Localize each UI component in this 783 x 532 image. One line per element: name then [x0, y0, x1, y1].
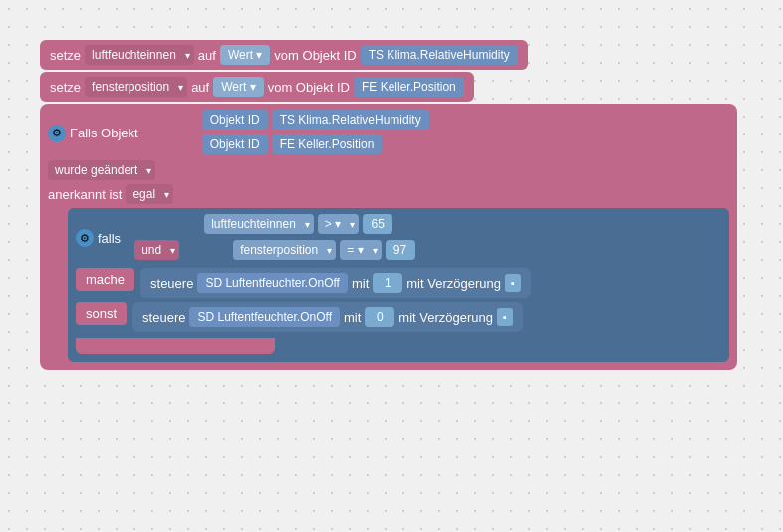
mit-label-off: mit	[344, 310, 361, 325]
humidity-var-dropdown[interactable]: luftfeuchteinnen	[85, 45, 194, 65]
on-value: 1	[373, 273, 402, 293]
steuere-on-block: steuere SD Luftentfeuchter.OnOff mit 1 m…	[140, 268, 531, 298]
vom-objekt-label2: vom Objekt ID	[268, 80, 350, 95]
steuere-label-on: steuere	[150, 276, 193, 291]
objekt-id-val2: FE Keller.Position	[272, 134, 383, 154]
vom-objekt-label1: vom Objekt ID	[274, 48, 356, 63]
delay-box-off[interactable]: ▪	[497, 308, 513, 326]
egal-dropdown[interactable]: egal	[126, 184, 173, 204]
humidity-value: 65	[363, 214, 392, 234]
auf-label: auf	[198, 48, 216, 63]
falls-gear-icon[interactable]: ⚙	[76, 229, 94, 247]
wert-dropdown1[interactable]: Wert ▾	[220, 45, 270, 65]
delay-box-on[interactable]: ▪	[505, 274, 521, 292]
falls-objekt-row: ⚙ Falls Objekt Objekt ID TS Klima.Relati…	[48, 110, 729, 156]
window-var-dropdown2[interactable]: fensterposition	[233, 240, 336, 260]
falls-label: falls	[98, 231, 121, 246]
wert-dropdown2[interactable]: Wert ▾	[213, 77, 263, 97]
mache-label: mache	[76, 268, 134, 291]
anerkannt-row: anerkannt ist egal	[48, 184, 729, 204]
condition-row2: und fensterposition = ▾ 97	[134, 240, 414, 260]
window-var-dropdown[interactable]: fensterposition	[85, 77, 187, 97]
device-off: SD Luftentfeuchter.OnOff	[189, 307, 340, 327]
mit-verz-on: mit Verzögerung	[406, 276, 501, 291]
setze-label: setze	[50, 48, 81, 63]
steuere-label-off: steuere	[142, 310, 185, 325]
sonst-label: sonst	[76, 302, 127, 325]
setze-label2: setze	[50, 80, 81, 95]
gt-op-dropdown[interactable]: > ▾	[318, 214, 359, 234]
objekt-id-row2: Objekt ID FE Keller.Position	[202, 134, 429, 154]
eq-op-dropdown[interactable]: = ▾	[340, 240, 381, 260]
wurde-geaendert-dropdown[interactable]: wurde geändert	[48, 160, 155, 180]
objekt-id-label2: Objekt ID	[202, 134, 268, 154]
outer-pink-container: ⚙ Falls Objekt Objekt ID TS Klima.Relati…	[40, 104, 737, 370]
set-window-block: setze fensterposition auf Wert ▾ vom Obj…	[40, 72, 474, 102]
mache-section: mache steuere SD Luftentfeuchter.OnOff m…	[76, 268, 721, 298]
humidity-var-dropdown2[interactable]: luftfeuchteinnen	[204, 214, 314, 234]
window-value: 97	[386, 240, 415, 260]
objekt-id-1: TS Klima.RelativeHumidity	[361, 45, 518, 65]
steuere-off-block: steuere SD Luftentfeuchter.OnOff mit 0 m…	[132, 302, 523, 332]
objekt-id-row1: Objekt ID TS Klima.RelativeHumidity	[202, 110, 429, 130]
block-workspace: setze luftfeuchteinnen auf Wert ▾ vom Ob…	[40, 40, 737, 370]
mit-label-on: mit	[352, 276, 369, 291]
auf-label2: auf	[191, 80, 209, 95]
und-dropdown[interactable]: und	[134, 240, 179, 260]
falls-objekt-label: Falls Objekt	[70, 126, 138, 140]
falls-row: ⚙ falls luftfeuchteinnen > ▾ 65 und fens…	[76, 214, 721, 262]
gear-icon[interactable]: ⚙	[48, 125, 66, 142]
inner-blue-container: ⚙ falls luftfeuchteinnen > ▾ 65 und fens…	[68, 208, 729, 362]
mit-verz-off: mit Verzögerung	[398, 310, 493, 325]
objekt-id-label1: Objekt ID	[202, 110, 268, 130]
objekt-id-2: FE Keller.Position	[354, 77, 464, 97]
device-on: SD Luftentfeuchter.OnOff	[197, 273, 348, 293]
set-humidity-block: setze luftfeuchteinnen auf Wert ▾ vom Ob…	[40, 40, 528, 70]
off-value: 0	[365, 307, 394, 327]
set-humidity-row: setze luftfeuchteinnen auf Wert ▾ vom Ob…	[40, 40, 737, 70]
set-window-row: setze fensterposition auf Wert ▾ vom Obj…	[40, 72, 737, 102]
wurde-geaendert-row: wurde geändert	[48, 160, 729, 180]
sonst-section: sonst steuere SD Luftentfeuchter.OnOff m…	[76, 302, 721, 332]
condition-row1: luftfeuchteinnen > ▾ 65	[204, 214, 414, 234]
anerkannt-label: anerkannt ist	[48, 187, 122, 202]
objekt-id-val1: TS Klima.RelativeHumidity	[272, 110, 429, 130]
bottom-bar	[76, 338, 275, 354]
